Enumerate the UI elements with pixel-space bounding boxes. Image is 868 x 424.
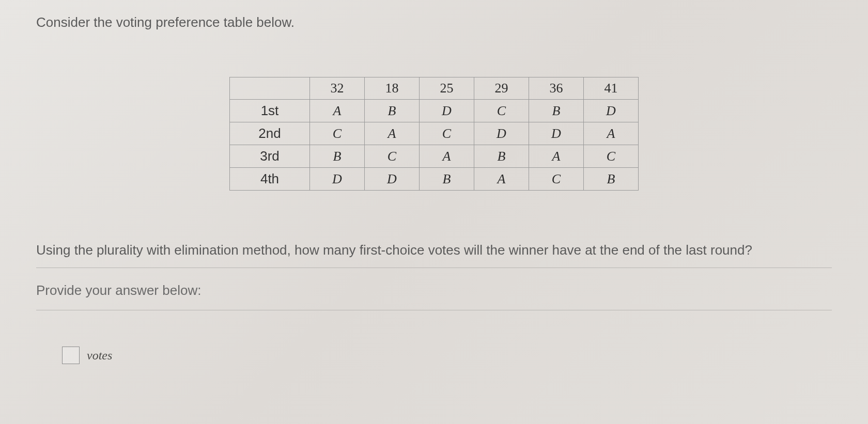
cell: B [584,168,639,191]
row-label-4th: 4th [230,168,310,191]
header-empty [230,77,310,100]
question-text: Using the plurality with elimination met… [36,242,832,258]
table-wrapper: 32 18 25 29 36 41 1st A B D C B D 2nd C … [36,77,832,191]
answer-unit-label: votes [87,349,112,363]
cell: A [420,145,474,168]
preference-table: 32 18 25 29 36 41 1st A B D C B D 2nd C … [229,77,639,191]
count-col-2: 25 [420,77,474,100]
row-label-2nd: 2nd [230,122,310,145]
cell: B [529,100,584,122]
cell: B [365,100,420,122]
count-col-5: 41 [584,77,639,100]
cell: D [474,122,529,145]
cell: A [310,100,365,122]
cell: B [420,168,474,191]
cell: D [365,168,420,191]
table-row: 1st A B D C B D [230,100,639,122]
cell: D [584,100,639,122]
count-col-0: 32 [310,77,365,100]
cell: B [474,145,529,168]
cell: D [420,100,474,122]
table-row: 2nd C A C D D A [230,122,639,145]
table-row: 4th D D B A C B [230,168,639,191]
cell: C [584,145,639,168]
cell: A [474,168,529,191]
cell: A [365,122,420,145]
row-label-3rd: 3rd [230,145,310,168]
separator [36,310,832,310]
provide-label: Provide your answer below: [36,282,832,299]
answer-row: votes [36,347,832,364]
cell: A [584,122,639,145]
count-col-1: 18 [365,77,420,100]
cell: D [310,168,365,191]
cell: C [474,100,529,122]
row-label-1st: 1st [230,100,310,122]
question-page: Consider the voting preference table bel… [0,0,868,364]
cell: A [529,145,584,168]
table-header-row: 32 18 25 29 36 41 [230,77,639,100]
cell: C [310,122,365,145]
answer-input[interactable] [62,347,80,364]
cell: B [310,145,365,168]
count-col-4: 36 [529,77,584,100]
table-row: 3rd B C A B A C [230,145,639,168]
cell: C [365,145,420,168]
count-col-3: 29 [474,77,529,100]
cell: C [529,168,584,191]
cell: D [529,122,584,145]
cell: C [420,122,474,145]
intro-text: Consider the voting preference table bel… [36,14,832,30]
separator [36,268,832,268]
